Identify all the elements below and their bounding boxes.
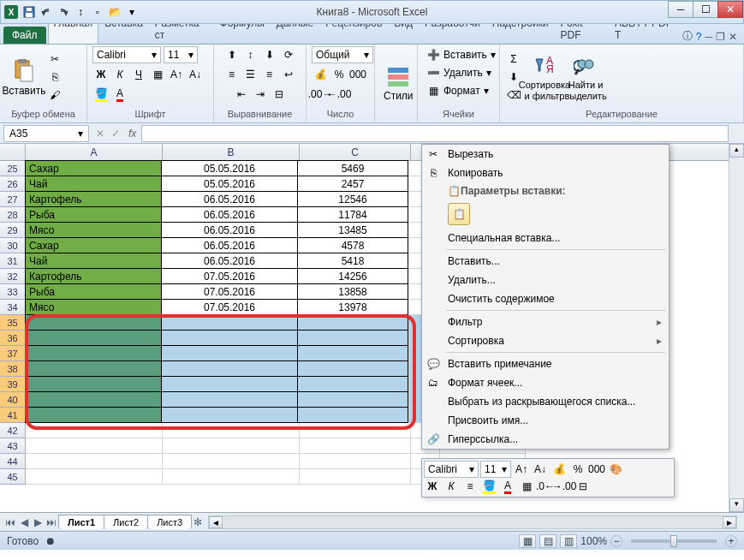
cell[interactable] bbox=[300, 469, 411, 485]
row-header[interactable]: 26 bbox=[0, 176, 26, 192]
cell[interactable] bbox=[297, 314, 408, 331]
paste-option-icon[interactable]: 📋 bbox=[448, 203, 470, 225]
cell[interactable] bbox=[161, 376, 298, 392]
cell[interactable] bbox=[297, 391, 408, 408]
cell[interactable] bbox=[25, 345, 162, 361]
cell[interactable] bbox=[26, 454, 163, 469]
mini-font-color-icon[interactable]: A bbox=[499, 478, 516, 495]
cell[interactable] bbox=[161, 360, 298, 377]
currency-icon[interactable]: 💰 bbox=[312, 66, 329, 83]
save-icon[interactable] bbox=[21, 4, 37, 20]
cell[interactable]: Мясо bbox=[25, 299, 162, 315]
cell[interactable]: 05.05.2016 bbox=[161, 176, 298, 192]
cell[interactable]: Чай bbox=[25, 176, 162, 192]
sort-icon[interactable]: ↕ bbox=[73, 4, 88, 20]
cell[interactable]: Картофель bbox=[25, 191, 162, 207]
row-header[interactable]: 30 bbox=[0, 238, 26, 253]
cut-icon[interactable]: ✂ bbox=[46, 51, 63, 68]
cell[interactable]: 05.05.2016 bbox=[161, 160, 298, 176]
row-header[interactable]: 35 bbox=[0, 315, 26, 331]
cell[interactable]: 14256 bbox=[297, 268, 408, 284]
cell[interactable]: 06.05.2016 bbox=[161, 206, 298, 223]
cell[interactable] bbox=[297, 360, 408, 377]
insert-cells-button[interactable]: ➕Вставить▾ bbox=[423, 46, 499, 63]
mini-bold-button[interactable]: Ж bbox=[424, 478, 441, 495]
cell[interactable]: 07.05.2016 bbox=[161, 268, 298, 284]
ctx-hyperlink[interactable]: 🔗Гиперссылка... bbox=[422, 430, 669, 449]
number-format-select[interactable]: Общий▾ bbox=[312, 46, 373, 63]
decrease-indent-icon[interactable]: ⇤ bbox=[233, 86, 250, 103]
ctx-delete[interactable]: Удалить... bbox=[422, 271, 669, 289]
font-size-select[interactable]: 11▾ bbox=[164, 46, 198, 63]
orientation-icon[interactable]: ⟳ bbox=[280, 46, 297, 63]
row-header[interactable]: 36 bbox=[0, 331, 26, 346]
mini-inc-decimal-icon[interactable]: →.00 bbox=[556, 478, 573, 495]
minimize-ribbon-icon[interactable]: ⓘ bbox=[682, 29, 693, 44]
cell[interactable] bbox=[26, 423, 163, 438]
cell[interactable] bbox=[297, 345, 408, 361]
cell[interactable]: 5469 bbox=[297, 160, 408, 176]
view-pagebreak-button[interactable]: ▥ bbox=[560, 534, 577, 548]
cell[interactable]: Рыба bbox=[25, 206, 162, 223]
mini-merge-icon[interactable]: ⊟ bbox=[574, 478, 592, 495]
bold-button[interactable]: Ж bbox=[92, 66, 110, 83]
mini-italic-button[interactable]: К bbox=[443, 478, 460, 495]
ctx-clear[interactable]: Очистить содержимое bbox=[422, 289, 669, 308]
sheet-nav-next[interactable]: ▶ bbox=[31, 516, 45, 528]
cell[interactable]: Рыба bbox=[25, 283, 162, 300]
name-box[interactable]: A35▾ bbox=[3, 125, 89, 142]
sort-filter-button[interactable]: AЯ Сортировка и фильтр bbox=[526, 51, 563, 102]
cell[interactable]: 11784 bbox=[297, 206, 408, 223]
row-header[interactable]: 38 bbox=[0, 361, 26, 377]
cell[interactable] bbox=[161, 345, 298, 361]
cell[interactable] bbox=[161, 391, 298, 408]
row-header[interactable]: 39 bbox=[0, 377, 26, 392]
ctx-cut[interactable]: ✂Вырезать bbox=[422, 145, 669, 164]
macro-record-icon[interactable]: ⏺ bbox=[45, 535, 56, 547]
underline-button[interactable]: Ч bbox=[130, 66, 147, 83]
cell[interactable] bbox=[300, 438, 411, 454]
mini-fill-color-icon[interactable]: 🪣 bbox=[480, 478, 497, 495]
format-painter-icon[interactable]: 🖌 bbox=[46, 86, 63, 104]
row-header[interactable]: 34 bbox=[0, 300, 26, 315]
fill-color-button[interactable]: 🪣 bbox=[92, 86, 110, 103]
hscroll-right[interactable]: ▸ bbox=[723, 516, 736, 528]
row-header[interactable]: 31 bbox=[0, 253, 26, 269]
cell[interactable]: 06.05.2016 bbox=[161, 222, 298, 238]
format-cells-button[interactable]: ▦Формат▾ bbox=[423, 82, 492, 99]
formula-input[interactable] bbox=[141, 125, 729, 142]
cell[interactable]: 13858 bbox=[297, 283, 408, 300]
row-header[interactable]: 40 bbox=[0, 392, 26, 408]
win-min-icon[interactable]: ─ bbox=[705, 31, 712, 43]
row-header[interactable]: 29 bbox=[0, 223, 26, 238]
undo-icon[interactable] bbox=[39, 4, 54, 20]
view-normal-button[interactable]: ▦ bbox=[519, 534, 536, 548]
cell[interactable] bbox=[26, 469, 163, 485]
cell[interactable] bbox=[297, 376, 408, 392]
select-all-corner[interactable] bbox=[0, 144, 26, 160]
cell[interactable] bbox=[163, 438, 300, 454]
mini-size-select[interactable]: 11▾ bbox=[480, 461, 511, 478]
cell[interactable]: 12546 bbox=[297, 191, 408, 207]
align-top-icon[interactable]: ⬆ bbox=[223, 46, 241, 63]
cell[interactable] bbox=[25, 376, 162, 392]
sheet-tab[interactable]: Лист3 bbox=[147, 515, 192, 529]
copy-icon[interactable]: ⎘ bbox=[46, 69, 63, 86]
font-color-button[interactable]: A bbox=[111, 86, 128, 103]
maximize-button[interactable]: ☐ bbox=[693, 1, 718, 18]
paste-button[interactable]: Вставить bbox=[5, 56, 43, 98]
minimize-button[interactable]: ─ bbox=[668, 1, 693, 18]
column-header[interactable]: B bbox=[163, 144, 300, 160]
cell[interactable]: 06.05.2016 bbox=[161, 191, 298, 207]
qat-more-icon[interactable]: ▾ bbox=[124, 4, 140, 20]
row-header[interactable]: 44 bbox=[0, 454, 26, 469]
percent-icon[interactable]: % bbox=[330, 66, 348, 83]
cell[interactable] bbox=[300, 423, 411, 438]
ctx-dropdown[interactable]: Выбрать из раскрывающегося списка... bbox=[422, 392, 669, 411]
cell[interactable]: Мясо bbox=[25, 222, 162, 238]
win-restore-icon[interactable]: ❐ bbox=[716, 31, 725, 43]
ctx-sort[interactable]: Сортировка▸ bbox=[422, 331, 669, 350]
italic-button[interactable]: К bbox=[111, 66, 128, 83]
sheet-tab[interactable]: Лист2 bbox=[104, 515, 148, 529]
align-left-icon[interactable]: ≡ bbox=[223, 66, 241, 83]
